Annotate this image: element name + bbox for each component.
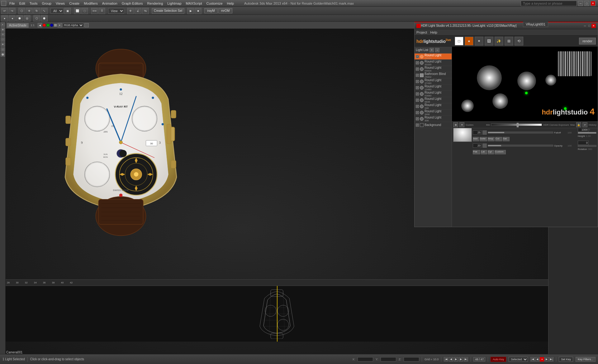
menu-animation[interactable]: Animation <box>100 1 119 6</box>
view-dropdown[interactable]: View <box>108 8 124 14</box>
hdr-tb-btn7[interactable]: ⟲ <box>515 37 523 45</box>
light-cb-9[interactable]: ✓ <box>416 111 419 114</box>
percent-btn[interactable]: % <box>142 8 149 14</box>
set-key-btn[interactable]: Set Key <box>559 357 573 362</box>
stop-btn[interactable]: ■ <box>195 8 202 14</box>
hdr-ctrl-history[interactable]: ↩ <box>582 122 587 127</box>
light-cb-5[interactable]: ✓ <box>416 86 419 89</box>
light-item-3[interactable]: ✓ Bathroom Blind 25002 <box>415 72 452 78</box>
lasso-btn[interactable]: ◌ <box>81 8 88 14</box>
hdr-canvas[interactable]: hdrlightstudio 4 <box>452 47 598 121</box>
menu-customize[interactable]: Customize <box>205 1 225 6</box>
menu-tools[interactable]: Tools <box>28 1 40 6</box>
select-btn[interactable]: ⬡ <box>18 8 25 14</box>
mrom-btn[interactable]: mrOM <box>218 8 233 13</box>
sidebar-icon-7[interactable]: ⬤ <box>1 52 5 57</box>
activeshade-tab[interactable]: ActiveShade <box>7 23 29 28</box>
hdr-close-btn[interactable]: ✕ <box>591 24 596 28</box>
lat-btn[interactable]: Lat <box>481 150 487 154</box>
height-slider[interactable] <box>578 132 596 134</box>
next-frame-btn[interactable]: ▶ <box>459 357 463 362</box>
menu-create[interactable]: Create <box>67 1 81 6</box>
close-icon[interactable]: ✕ <box>591 1 596 6</box>
light-item-7[interactable]: ✓ Round Light 9846 <box>415 97 452 103</box>
angle-btn[interactable]: ∠ <box>135 8 141 14</box>
hdr-ctrl-btn1[interactable]: ⊕ <box>453 122 458 127</box>
light-item-4[interactable]: ✓ Round Light 37430 <box>415 78 452 85</box>
light-cb-8[interactable]: ✓ <box>416 105 419 108</box>
x-input[interactable] <box>358 357 373 362</box>
cyl-btn[interactable]: Cyl <box>488 150 494 154</box>
render-btn[interactable]: render <box>579 38 596 44</box>
tb2-btn1[interactable]: ▸ <box>1 15 8 21</box>
sidebar-icon-4[interactable]: ⬡ <box>1 37 5 42</box>
play-btn[interactable]: ▶ <box>187 8 194 14</box>
hdr-tb-btn3[interactable]: ✦ <box>475 37 483 45</box>
light-cb-0[interactable]: ✓ <box>416 55 419 58</box>
light-item-bg[interactable]: ✓ Background <box>415 122 452 128</box>
light-item-2[interactable]: ✓ Round Light 59004 <box>415 66 452 72</box>
tb2-btn3[interactable]: ⬟ <box>16 15 23 21</box>
vp-ctrl-x[interactable]: ✕ <box>58 23 62 27</box>
light-item-1[interactable]: ✓ Round Light 33335 <box>415 60 452 66</box>
sidebar-icon-6[interactable]: ◱ <box>1 47 5 52</box>
light-cb-bg[interactable]: ✓ <box>416 124 419 127</box>
light-cb-1[interactable]: ✓ <box>416 61 419 64</box>
nav-btn5[interactable]: ▶| <box>549 357 553 362</box>
falloff-input[interactable] <box>473 130 482 135</box>
menu-edit[interactable]: Edit <box>17 1 27 6</box>
menu-group[interactable]: Group <box>40 1 53 6</box>
light-list-remove[interactable]: − <box>435 48 439 52</box>
iray-btn[interactable]: irayM <box>204 8 217 13</box>
nav-btn2[interactable]: ◀ <box>535 357 539 362</box>
light-cb-10[interactable]: ✓ <box>416 117 419 120</box>
hdr-ctrl-btn2[interactable]: ✕ <box>459 122 464 127</box>
next-key-btn[interactable]: ▶| <box>464 357 468 362</box>
create-selection-btn[interactable]: Create Selection Sel <box>152 8 184 14</box>
light-item-6[interactable]: ✓ Round Light 53680 <box>415 91 452 97</box>
height-input[interactable] <box>578 128 589 132</box>
tb2-btn4[interactable]: ◎ <box>24 15 31 21</box>
mirror-btn[interactable]: ⟺ <box>91 8 98 14</box>
prev-frame-btn[interactable]: ◀ <box>449 357 453 362</box>
hdr-tb-btn1[interactable]: □ <box>455 37 463 45</box>
minimize-icon[interactable]: ─ <box>578 1 583 6</box>
scale-btn[interactable]: ⤡ <box>41 8 48 14</box>
col-btn[interactable]: Col <box>495 137 502 141</box>
channel-select[interactable]: RGB Alpha <box>63 23 84 27</box>
light-cb-6[interactable]: ✓ <box>416 92 419 96</box>
opacity-input[interactable] <box>473 143 482 148</box>
light-item-8[interactable]: ✓ Round Light 346 <box>415 103 452 110</box>
vp-ctrl-prev[interactable]: ◀ <box>38 23 42 27</box>
menu-rendering[interactable]: Rendering <box>145 1 165 6</box>
light-cb-4[interactable]: ✓ <box>416 80 419 83</box>
light-item-10[interactable]: ✓ Round Light 306 <box>415 116 452 122</box>
hdr-maximize-btn[interactable]: □ <box>587 24 591 28</box>
add-btn[interactable]: Add <box>473 137 479 141</box>
move-btn[interactable]: ✛ <box>26 8 33 14</box>
sidebar-icon-1[interactable]: ▸ <box>1 22 5 27</box>
tb2-btn2[interactable]: ◂ <box>9 15 16 21</box>
menu-lightmap[interactable]: Lightmap <box>165 1 183 6</box>
rect-select-btn[interactable]: ⬜ <box>74 8 81 14</box>
nav-btn3[interactable]: ● <box>540 357 544 362</box>
hdr-tb-btn6[interactable]: ⊞ <box>505 37 513 45</box>
type-dropdown[interactable]: All <box>50 8 64 14</box>
redo-btn[interactable]: ↪ <box>9 8 16 14</box>
search-input[interactable] <box>521 1 577 6</box>
tb2-btn6[interactable]: ⬢ <box>41 15 48 21</box>
menu-help[interactable]: Help <box>225 1 236 6</box>
hdr-tb-btn2[interactable]: ● <box>465 37 473 45</box>
rotation-slider[interactable] <box>578 145 596 147</box>
light-cb-2[interactable]: ✓ <box>416 68 419 71</box>
custom-btn[interactable]: Custom <box>495 150 506 154</box>
menu-modifiers[interactable]: Modifiers <box>82 1 100 6</box>
rotate-btn[interactable]: ↻ <box>33 8 40 14</box>
exposure-slider[interactable] <box>491 124 542 126</box>
auto-key-btn[interactable]: Auto Key <box>491 357 506 362</box>
hdr-menu-project[interactable]: Project <box>416 30 427 34</box>
hdr-menu-help[interactable]: Help <box>430 30 437 34</box>
falloff-slider[interactable] <box>488 132 553 133</box>
play-btn[interactable]: ▶ <box>454 357 458 362</box>
sat-btn[interactable]: Sat <box>503 137 510 141</box>
